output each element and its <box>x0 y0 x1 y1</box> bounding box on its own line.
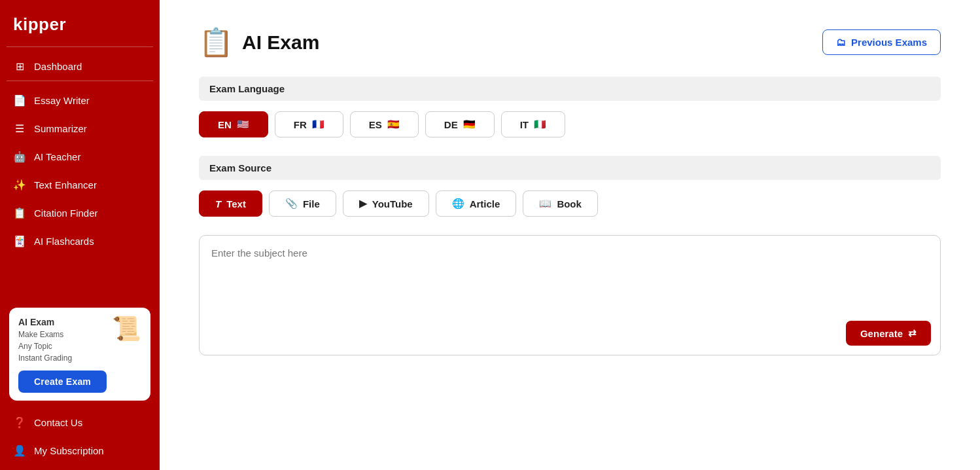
lang-en-label: EN <box>218 119 232 130</box>
lang-en-button[interactable]: EN 🇺🇸 <box>199 111 268 137</box>
sidebar-divider-2 <box>7 81 153 81</box>
page-title-icon: 📋 <box>199 26 233 58</box>
create-exam-button[interactable]: Create Exam <box>18 371 107 393</box>
flag-fr-icon: 🇫🇷 <box>312 118 324 130</box>
sidebar-bottom: ❓ Contact Us 👤 My Subscription <box>0 408 160 470</box>
page-title-wrap: 📋 AI Exam <box>199 26 319 58</box>
book-icon: 📖 <box>539 198 551 209</box>
main-content: 📋 AI Exam 🗂 Previous Exams Exam Language… <box>160 0 980 470</box>
source-article-label: Article <box>470 198 500 209</box>
citation-finder-icon: 📋 <box>13 207 26 219</box>
text-enhancer-icon: ✨ <box>13 179 26 191</box>
text-source-icon: T <box>215 198 221 209</box>
flag-de-icon: 🇩🇪 <box>463 118 476 130</box>
subscription-icon: 👤 <box>13 444 26 457</box>
page-title: AI Exam <box>242 31 319 54</box>
sidebar-item-label: AI Teacher <box>34 151 80 162</box>
sidebar-item-label: Dashboard <box>34 61 82 72</box>
sidebar-item-essay-writer[interactable]: 📄 Essay Writer <box>0 86 160 115</box>
sidebar-item-label: Citation Finder <box>34 208 98 219</box>
flag-it-icon: 🇮🇹 <box>534 118 546 130</box>
lang-es-label: ES <box>369 119 382 130</box>
lang-de-button[interactable]: DE 🇩🇪 <box>425 111 495 137</box>
folder-icon: 🗂 <box>836 37 846 48</box>
source-text-button[interactable]: T Text <box>199 190 262 217</box>
page-header: 📋 AI Exam 🗂 Previous Exams <box>199 26 941 58</box>
sidebar-item-ai-flashcards[interactable]: 🃏 AI Flashcards <box>0 227 160 255</box>
sidebar-item-my-subscription[interactable]: 👤 My Subscription <box>0 437 160 465</box>
sidebar-item-label: My Subscription <box>34 445 104 456</box>
brand-logo: kipper <box>0 0 160 46</box>
language-button-group: EN 🇺🇸 FR 🇫🇷 ES 🇪🇸 DE 🇩🇪 IT 🇮🇹 <box>199 111 941 137</box>
summarizer-icon: ☰ <box>13 122 26 135</box>
source-book-label: Book <box>557 198 582 209</box>
source-article-button[interactable]: 🌐 Article <box>436 190 517 217</box>
file-icon: 📎 <box>285 198 298 209</box>
contact-us-icon: ❓ <box>13 416 26 429</box>
lang-fr-button[interactable]: FR 🇫🇷 <box>275 111 343 137</box>
source-text-label: Text <box>226 198 246 209</box>
ai-exam-card-text: AI Exam Make Exams Any Topic Instant Gra… <box>18 317 107 393</box>
sidebar-item-label: AI Flashcards <box>34 236 94 247</box>
sidebar-item-summarizer[interactable]: ☰ Summarizer <box>0 115 160 143</box>
source-book-button[interactable]: 📖 Book <box>523 190 598 217</box>
lang-es-button[interactable]: ES 🇪🇸 <box>350 111 419 137</box>
source-file-label: File <box>303 198 320 209</box>
exam-source-label: Exam Source <box>199 156 941 180</box>
lang-it-button[interactable]: IT 🇮🇹 <box>501 111 565 137</box>
generate-icon: ⇄ <box>908 327 917 339</box>
subject-input-area: Generate ⇄ <box>199 235 941 355</box>
sidebar-item-citation-finder[interactable]: 📋 Citation Finder <box>0 199 160 227</box>
sidebar-item-text-enhancer[interactable]: ✨ Text Enhancer <box>0 171 160 199</box>
subject-textarea[interactable] <box>211 247 928 313</box>
ai-exam-card-title: AI Exam <box>18 317 107 327</box>
generate-button[interactable]: Generate ⇄ <box>846 321 931 346</box>
lang-de-label: DE <box>444 119 458 130</box>
essay-writer-icon: 📄 <box>13 94 26 107</box>
sidebar-item-dashboard[interactable]: ⊞ Dashboard <box>0 52 160 81</box>
sidebar-item-label: Contact Us <box>34 417 82 428</box>
sidebar-item-label: Essay Writer <box>34 95 90 106</box>
exam-language-label: Exam Language <box>199 77 941 101</box>
youtube-icon: ▶ <box>359 198 367 209</box>
source-youtube-button[interactable]: ▶ YouTube <box>343 190 429 217</box>
ai-exam-card-sub: Make Exams Any Topic Instant Grading <box>18 329 107 364</box>
ai-exam-card: AI Exam Make Exams Any Topic Instant Gra… <box>9 308 150 401</box>
previous-exams-button[interactable]: 🗂 Previous Exams <box>822 29 941 55</box>
sidebar-item-contact-us[interactable]: ❓ Contact Us <box>0 408 160 437</box>
sidebar-item-ai-teacher[interactable]: 🤖 AI Teacher <box>0 143 160 171</box>
sidebar: kipper ⊞ Dashboard 📄 Essay Writer ☰ Summ… <box>0 0 160 470</box>
flashcards-icon: 🃏 <box>13 235 26 247</box>
ai-teacher-icon: 🤖 <box>13 151 26 163</box>
ai-exam-card-icon: 📜 <box>112 317 141 340</box>
source-button-group: T Text 📎 File ▶ YouTube 🌐 Article 📖 Book <box>199 190 941 217</box>
lang-it-label: IT <box>520 119 529 130</box>
source-file-button[interactable]: 📎 File <box>269 190 336 217</box>
flag-es-icon: 🇪🇸 <box>387 118 400 130</box>
sidebar-item-label: Text Enhancer <box>34 179 97 190</box>
flag-us-icon: 🇺🇸 <box>237 118 249 130</box>
sidebar-divider <box>7 46 153 47</box>
generate-label: Generate <box>860 328 903 339</box>
sidebar-item-label: Summarizer <box>34 123 87 134</box>
lang-fr-label: FR <box>294 119 307 130</box>
dashboard-icon: ⊞ <box>13 60 26 73</box>
source-youtube-label: YouTube <box>372 198 413 209</box>
article-icon: 🌐 <box>452 198 464 209</box>
